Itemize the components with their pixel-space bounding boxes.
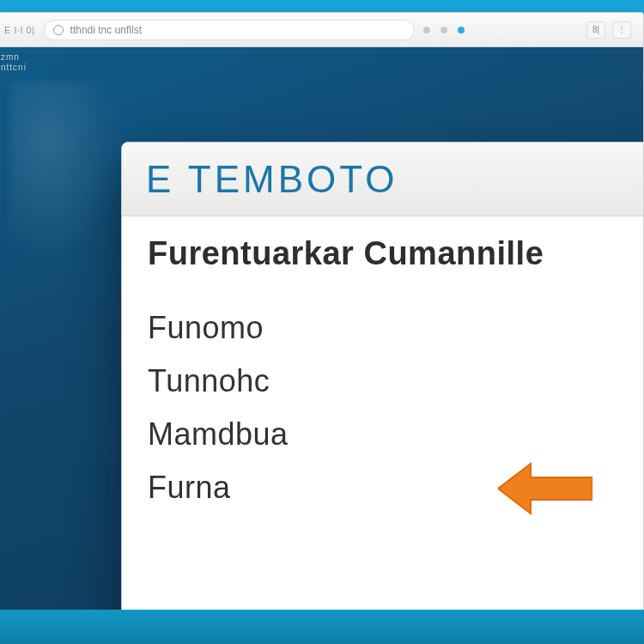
list-item[interactable]: Tunnohc	[148, 363, 627, 399]
popup-window: E TEMBOTO Furentuarkar Cumannille Funomo…	[121, 142, 643, 612]
addressbar-status-dots	[423, 27, 578, 33]
url-field[interactable]: tthndi tnc unfllst	[44, 20, 415, 40]
toolbar-menu-button[interactable]: ⋮	[612, 21, 631, 39]
status-dot	[440, 27, 447, 33]
reload-icon[interactable]	[53, 25, 64, 35]
page-bottom-gradient	[0, 610, 644, 644]
status-dot-active	[458, 27, 465, 33]
toolbar-chip[interactable]: 8|	[586, 21, 605, 39]
browser-window: E I·I 0| tthndi tnc unfllst 8| ⋮ zmn ntt…	[0, 12, 644, 613]
list-item[interactable]: Mamdbua	[148, 416, 627, 453]
popup-titlebar[interactable]: E TEMBOTO	[122, 143, 643, 216]
status-dot	[423, 27, 430, 33]
desktop-viewport: zmn nttcni E TEMBOTO Furentuarkar Cumann…	[0, 47, 643, 612]
url-text: tthndi tnc unfllst	[70, 24, 142, 36]
viewport-corner-label: zmn nttcni	[1, 52, 27, 73]
viewport-corner-label-line: zmn	[1, 52, 27, 63]
addressbar-left-label: E I·I 0|	[4, 25, 35, 35]
popup-title: E TEMBOTO	[146, 158, 398, 201]
viewport-corner-label-line: nttcni	[1, 63, 27, 73]
address-bar: E I·I 0| tthndi tnc unfllst 8| ⋮	[0, 13, 643, 47]
svg-marker-0	[498, 464, 592, 513]
wallpaper-highlight	[9, 82, 138, 288]
pointer-arrow-icon	[498, 459, 592, 519]
list-item[interactable]: Funomo	[148, 310, 627, 346]
popup-subtitle: Furentuarkar Cumannille	[148, 235, 627, 272]
